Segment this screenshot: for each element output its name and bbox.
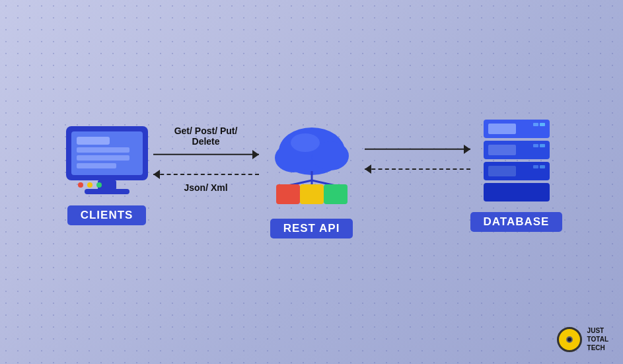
svg-point-9 [87, 182, 92, 188]
logo-circle [557, 327, 582, 352]
svg-rect-7 [85, 189, 129, 194]
arrow2-label: Json/ Xml [153, 182, 259, 193]
svg-rect-3 [77, 147, 129, 153]
main-container: CLIENTS Get/ Post/ Put/Delete Json/ Xml [0, 0, 623, 364]
svg-rect-20 [300, 184, 324, 204]
arrow-row-1: Get/ Post/ Put/Delete [153, 126, 259, 161]
svg-rect-4 [77, 155, 129, 161]
arrow4-line [365, 163, 470, 176]
arrow2-line [153, 168, 259, 181]
svg-rect-31 [533, 144, 538, 147]
svg-rect-27 [488, 166, 516, 176]
svg-rect-33 [533, 165, 538, 168]
svg-rect-29 [533, 123, 538, 126]
svg-rect-30 [540, 123, 545, 126]
svg-rect-28 [484, 183, 550, 201]
arrow1-line [153, 148, 259, 161]
svg-rect-5 [77, 163, 116, 168]
right-arrows: → ← [365, 131, 470, 188]
logo-inner-dot [566, 336, 573, 343]
rest-api-label: REST API [270, 219, 353, 238]
svg-rect-34 [540, 165, 545, 168]
arrow-row-2: Json/ Xml [153, 168, 259, 193]
arrow-row-3: → [365, 131, 470, 156]
arrow-row-4: ← [365, 163, 470, 188]
cloud-icon [259, 106, 365, 212]
database-section: DATABASE [470, 113, 563, 232]
monitor-icon [61, 120, 153, 199]
clients-label: CLIENTS [67, 205, 147, 225]
database-icon [480, 113, 553, 205]
database-label: DATABASE [470, 212, 563, 232]
svg-rect-19 [276, 184, 300, 204]
logo-text: JUSTTOTALTECH [587, 326, 608, 352]
svg-point-14 [291, 133, 320, 152]
svg-rect-32 [540, 144, 545, 147]
svg-rect-25 [488, 145, 516, 155]
arrow3-line [365, 143, 470, 156]
svg-point-8 [78, 182, 83, 188]
svg-rect-2 [77, 137, 110, 145]
svg-point-10 [96, 182, 102, 188]
logo: JUSTTOTALTECH [557, 326, 608, 352]
cloud-icon-wrap [259, 106, 365, 212]
arrow1-label: Get/ Post/ Put/Delete [153, 126, 259, 147]
svg-rect-21 [324, 184, 348, 204]
svg-rect-23 [488, 124, 516, 134]
architecture-diagram: CLIENTS Get/ Post/ Put/Delete Json/ Xml [28, 106, 596, 238]
left-arrows: Get/ Post/ Put/Delete Json/ Xml [153, 126, 259, 193]
rest-api-section: REST API [259, 106, 365, 238]
clients-section: CLIENTS [61, 120, 153, 225]
